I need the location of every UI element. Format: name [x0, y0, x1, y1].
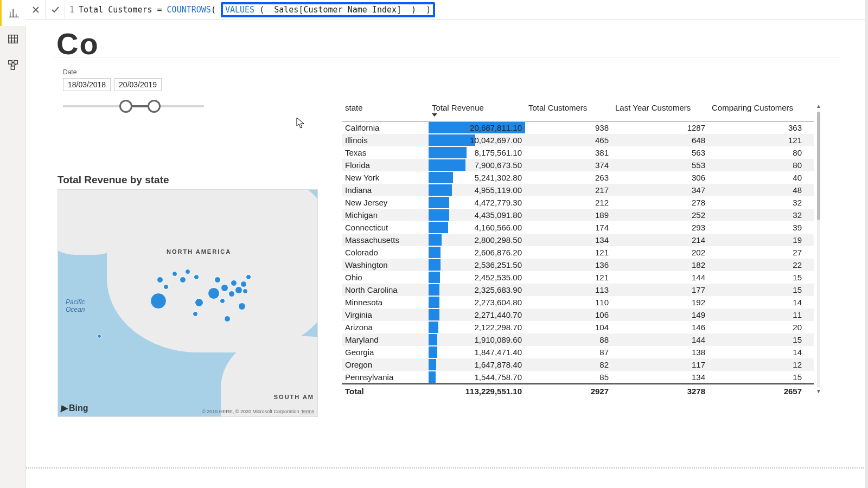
map-bubble[interactable]	[214, 277, 221, 283]
col-header-state[interactable]: state	[342, 101, 429, 121]
matrix-total-row: Total 113,229,551.10 2927 3278 2657	[342, 383, 814, 398]
matrix-visual[interactable]: state Total Revenue Total Customers Last…	[342, 101, 814, 404]
cell-last-year-customers: 648	[612, 134, 709, 146]
date-to-input[interactable]: 20/03/2019	[114, 78, 162, 91]
map-bubble[interactable]	[195, 298, 203, 307]
matrix-body[interactable]: California20,687,811.109381287363Illinoi…	[342, 121, 814, 383]
commit-formula-button[interactable]	[46, 0, 65, 20]
date-slicer[interactable]: Date 18/03/2018 20/03/2019	[63, 68, 204, 116]
scroll-up-icon[interactable]: ▲	[815, 103, 822, 111]
report-view-button[interactable]	[0, 0, 26, 26]
report-canvas[interactable]: Co Date 18/03/2018 20/03/2019 Total Reve…	[26, 20, 868, 488]
map-bubble[interactable]	[228, 291, 235, 297]
cell-total-revenue: 2,273,604.80	[429, 296, 525, 309]
date-from-input[interactable]: 18/03/2018	[63, 78, 111, 91]
table-row[interactable]: Texas8,175,561.1038156380	[342, 146, 814, 159]
cancel-formula-button[interactable]	[26, 0, 46, 20]
col-header-total-customers[interactable]: Total Customers	[525, 101, 612, 121]
data-view-button[interactable]	[0, 26, 26, 52]
map-bubble[interactable]	[194, 274, 199, 280]
map-bubble[interactable]	[242, 288, 248, 294]
table-row[interactable]: Pennsylvania1,544,758.708513415	[342, 371, 814, 383]
scroll-thumb[interactable]	[817, 112, 820, 220]
table-row[interactable]: New Jersey4,472,779.3021227832	[342, 196, 814, 209]
table-row[interactable]: New York5,241,302.8026330640	[342, 171, 814, 184]
cell-last-year-customers: 278	[612, 196, 709, 209]
cell-total-revenue: 1,647,878.40	[429, 358, 525, 371]
map-bubble[interactable]	[180, 277, 186, 283]
map-canvas[interactable]: NORTH AMERICA SOUTH AM Pacific Ocean	[58, 189, 318, 417]
slider-handle-from[interactable]	[119, 100, 132, 113]
table-row[interactable]: Washington2,536,251.5013618222	[342, 259, 814, 271]
table-row[interactable]: Georgia1,847,471.408713814	[342, 346, 814, 358]
table-row[interactable]: Connecticut4,160,566.0017429339	[342, 221, 814, 234]
model-view-button[interactable]	[0, 52, 26, 78]
table-row[interactable]: Illinois10,042,697.00465648121	[342, 134, 814, 146]
map-bubble[interactable]	[185, 269, 190, 274]
cell-total-customers: 374	[525, 159, 612, 171]
map-bubble[interactable]	[238, 303, 246, 310]
cell-last-year-customers: 138	[612, 346, 709, 358]
formula-bar[interactable]: 1 Total Customers = COUNTROWS ( VALUES (…	[26, 0, 868, 20]
table-row[interactable]: Ohio2,452,535.0012114415	[342, 271, 814, 284]
table-row[interactable]: Oregon1,647,878.408211712	[342, 358, 814, 371]
map-bubble[interactable]	[220, 298, 225, 304]
cell-last-year-customers: 182	[612, 259, 709, 271]
table-row[interactable]: North Carolina2,325,683.9011317715	[342, 284, 814, 296]
cell-comparing-customers: 32	[709, 196, 805, 209]
right-pane-sash[interactable]	[865, 0, 868, 488]
table-row[interactable]: Maryland1,910,089.608814415	[342, 333, 814, 346]
map-bubble[interactable]	[231, 280, 237, 286]
cell-last-year-customers: 252	[612, 209, 709, 221]
cell-last-year-customers: 146	[612, 321, 709, 333]
col-header-last-year-customers[interactable]: Last Year Customers	[612, 101, 709, 121]
cell-comparing-customers: 39	[709, 221, 805, 234]
table-row[interactable]: Arizona2,122,298.7010414620	[342, 321, 814, 333]
cell-state: Connecticut	[342, 221, 429, 234]
col-header-total-revenue[interactable]: Total Revenue	[429, 101, 525, 121]
map-bubble[interactable]	[224, 316, 231, 322]
table-row[interactable]: Michigan4,435,091.8018925232	[342, 209, 814, 221]
svg-rect-3	[11, 66, 14, 69]
table-row[interactable]: California20,687,811.109381287363	[342, 121, 814, 134]
col-header-comparing-customers[interactable]: Comparing Customers	[709, 101, 805, 121]
table-row[interactable]: Minnesota2,273,604.8011019214	[342, 296, 814, 309]
map-terms-link[interactable]: Terms	[301, 409, 315, 414]
cell-state: Georgia	[342, 346, 429, 358]
scroll-down-icon[interactable]: ▼	[815, 388, 822, 396]
table-row[interactable]: Indiana4,955,119.0021734748	[342, 184, 814, 196]
cell-total-revenue: 4,435,091.80	[429, 209, 525, 221]
map-title: Total Revenue by state	[58, 174, 318, 186]
table-row[interactable]: Florida7,900,673.5037455380	[342, 159, 814, 171]
cell-comparing-customers: 20	[709, 321, 805, 333]
map-bubble[interactable]	[240, 281, 247, 287]
cell-last-year-customers: 144	[612, 271, 709, 284]
map-bubble[interactable]	[97, 334, 101, 338]
map-bubble[interactable]	[157, 277, 163, 283]
formula-measure-name[interactable]: Total Customers	[79, 5, 152, 15]
map-bubble[interactable]	[193, 311, 198, 317]
map-bubble[interactable]	[221, 284, 228, 292]
cell-state: Pennsylvania	[342, 371, 429, 383]
cell-total-customers: 381	[525, 146, 612, 159]
cell-state: Illinois	[342, 134, 429, 146]
map-bubble[interactable]	[246, 274, 251, 280]
cell-state: California	[342, 121, 429, 134]
table-row[interactable]: Massachusetts2,800,298.5013421419	[342, 234, 814, 246]
cell-total-customers: 85	[525, 371, 612, 383]
table-row[interactable]: Virginia2,271,440.7010614911	[342, 309, 814, 321]
matrix-scrollbar[interactable]: ▲ ▼	[815, 103, 822, 396]
formula-column-ref[interactable]: Sales[Customer Name Index]	[274, 5, 401, 15]
table-row[interactable]: Colorado2,606,876.2012120227	[342, 246, 814, 259]
slider-handle-to[interactable]	[148, 100, 161, 113]
formula-fn-countrows[interactable]: COUNTROWS	[167, 5, 211, 15]
map-visual[interactable]: Total Revenue by state NORTH AMERICA SOU…	[58, 174, 318, 417]
map-bubble[interactable]	[208, 287, 220, 299]
formula-fn-values[interactable]: VALUES	[225, 5, 254, 15]
map-bubble[interactable]	[235, 286, 242, 294]
svg-rect-1	[9, 61, 12, 64]
map-bubble[interactable]	[150, 293, 167, 309]
map-bubble[interactable]	[172, 271, 177, 277]
date-range-slider[interactable]	[63, 95, 204, 116]
map-bubble[interactable]	[163, 284, 169, 290]
